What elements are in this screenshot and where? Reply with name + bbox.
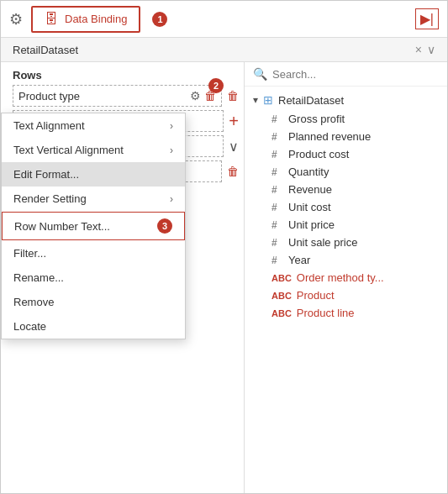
dataset-group-header[interactable]: ▾ ⊞ RetailDataset xyxy=(245,90,447,110)
submenu-arrow-icon: › xyxy=(170,120,173,132)
field-name: Gross profit xyxy=(288,113,345,125)
list-item[interactable]: # Product cost xyxy=(245,145,447,163)
list-item[interactable]: # Planned revenue xyxy=(245,128,447,145)
menu-item-edit-format[interactable]: Edit Format... xyxy=(2,162,185,187)
product-type-row: Product type ⚙ 🗑 xyxy=(13,85,222,107)
field-name: Quantity xyxy=(288,166,329,178)
dataset-close-button[interactable]: × xyxy=(415,43,422,56)
type-num-icon: # xyxy=(271,202,283,213)
search-bar: 🔍 xyxy=(245,62,447,87)
field-name: Unit sale price xyxy=(288,236,357,249)
content-area: Rows Product type ⚙ 🗑 2 🗑 + xyxy=(1,62,447,493)
list-item[interactable]: ABC Order method ty... xyxy=(245,269,447,286)
rows-label: Rows xyxy=(1,62,244,85)
type-num-icon: # xyxy=(271,166,283,178)
right-panel: 🔍 ▾ ⊞ RetailDataset # Gross profit # Pla… xyxy=(245,62,447,493)
type-num-icon: # xyxy=(271,149,283,160)
type-num-icon: # xyxy=(271,219,283,231)
badge-3: 3 xyxy=(157,218,172,234)
dataset-name: RetailDataset xyxy=(13,44,410,56)
menu-item-filter[interactable]: Filter... xyxy=(2,241,185,265)
submenu-arrow-icon-3: › xyxy=(170,193,173,205)
database-icon: 🗄 xyxy=(45,12,58,27)
row-trash-icon-2[interactable]: 🗑 xyxy=(227,165,239,178)
header: ⚙ 🗄 Data Binding 1 ▶| xyxy=(1,1,447,38)
chevron-down-button[interactable]: ∨ xyxy=(229,139,239,155)
type-num-icon: # xyxy=(271,113,283,125)
product-type-label: Product type xyxy=(18,90,190,102)
field-name: Product cost xyxy=(288,148,349,160)
list-item[interactable]: # Unit sale price xyxy=(245,234,447,251)
type-abc-icon: ABC xyxy=(271,291,292,301)
list-item[interactable]: # Revenue xyxy=(245,181,447,198)
menu-item-rename[interactable]: Rename... xyxy=(2,265,185,290)
type-abc-icon: ABC xyxy=(271,273,292,283)
search-icon: 🔍 xyxy=(253,67,267,81)
menu-item-locate[interactable]: Locate xyxy=(2,314,185,339)
field-name: Unit price xyxy=(288,218,335,231)
list-item[interactable]: # Unit cost xyxy=(245,198,447,216)
field-name: Product xyxy=(297,289,335,302)
list-item[interactable]: ABC Product xyxy=(245,286,447,304)
data-binding-tab[interactable]: 🗄 Data Binding xyxy=(31,6,140,33)
type-num-icon: # xyxy=(271,255,283,266)
context-menu: Text Alignment › Text Vertical Alignment… xyxy=(1,113,186,339)
menu-item-remove[interactable]: Remove xyxy=(2,290,185,314)
row-gear-icon[interactable]: ⚙ xyxy=(190,89,201,102)
menu-item-row-number-text[interactable]: Row Number Text... 3 xyxy=(2,212,185,240)
add-row-button[interactable]: + xyxy=(229,113,239,129)
main-panel: ⚙ 🗄 Data Binding 1 ▶| RetailDataset × ∨ … xyxy=(0,0,448,494)
menu-item-text-alignment[interactable]: Text Alignment › xyxy=(2,113,185,138)
submenu-arrow-icon-2: › xyxy=(170,145,173,156)
dataset-row: RetailDataset × ∨ xyxy=(1,38,447,62)
row-trash-right-icon[interactable]: 🗑 xyxy=(227,89,239,102)
field-list: ▾ ⊞ RetailDataset # Gross profit # Plann… xyxy=(245,87,447,493)
list-item[interactable]: # Year xyxy=(245,251,447,269)
type-num-icon: # xyxy=(271,131,283,143)
left-panel: Rows Product type ⚙ 🗑 2 🗑 + xyxy=(1,62,245,493)
list-item[interactable]: # Quantity xyxy=(245,163,447,181)
menu-item-text-vertical-alignment[interactable]: Text Vertical Alignment › xyxy=(2,138,185,162)
field-name: Planned revenue xyxy=(288,130,371,143)
dataset-group-name: RetailDataset xyxy=(278,94,344,107)
list-item[interactable]: # Unit price xyxy=(245,216,447,234)
expand-chevron-icon: ▾ xyxy=(253,94,258,106)
collapse-button[interactable]: ▶| xyxy=(415,8,439,29)
field-name: Unit cost xyxy=(288,201,331,213)
badge-1: 1 xyxy=(152,12,167,27)
type-num-icon: # xyxy=(271,184,283,196)
menu-item-render-setting[interactable]: Render Setting › xyxy=(2,187,185,211)
dataset-chevron-icon[interactable]: ∨ xyxy=(427,43,435,56)
type-num-icon: # xyxy=(271,237,283,249)
search-input[interactable] xyxy=(272,68,439,81)
field-name: Product line xyxy=(297,307,355,319)
tab-label: Data Binding xyxy=(65,13,127,25)
field-name: Order method ty... xyxy=(297,271,384,284)
gear-icon[interactable]: ⚙ xyxy=(9,10,23,29)
type-abc-icon: ABC xyxy=(271,308,292,318)
badge-2: 2 xyxy=(208,78,224,93)
list-item[interactable]: # Gross profit xyxy=(245,110,447,128)
list-item[interactable]: ABC Product line xyxy=(245,304,447,322)
field-name: Year xyxy=(288,254,310,266)
table-grid-icon: ⊞ xyxy=(263,93,273,107)
field-name: Revenue xyxy=(288,183,332,196)
